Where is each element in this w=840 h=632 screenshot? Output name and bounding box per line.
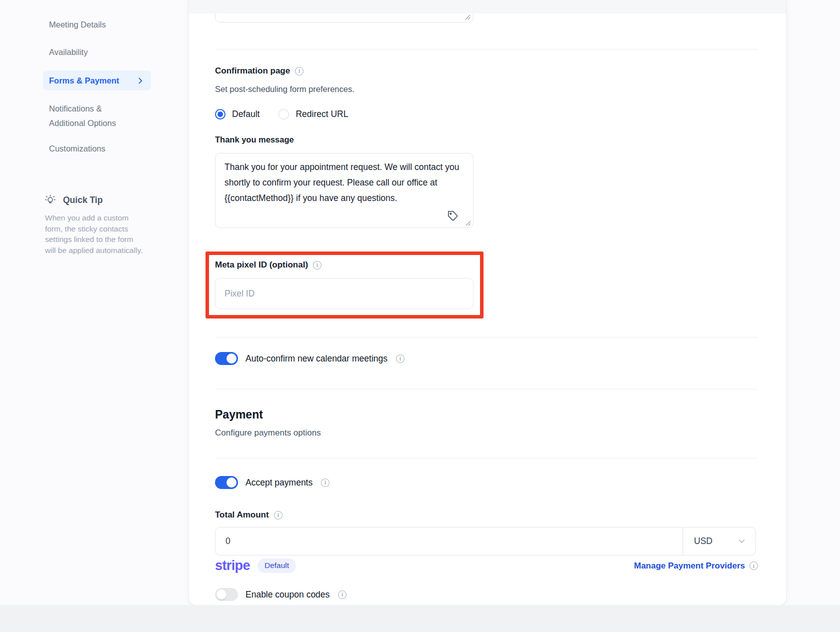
resize-handle-icon[interactable] (464, 13, 470, 20)
radio-label[interactable]: Redirect URL (296, 109, 348, 120)
coupon-codes-row: Enable coupon codes i (215, 588, 346, 601)
divider (215, 389, 758, 390)
sidebar-item-label: Forms & Payment (49, 76, 119, 86)
sidebar-item-customizations[interactable]: Customizations (49, 144, 106, 154)
info-icon[interactable]: i (321, 478, 330, 487)
coupon-codes-label: Enable coupon codes (246, 590, 330, 600)
provider-info: stripe Default (215, 558, 296, 574)
radio-unselected-icon[interactable] (278, 109, 289, 120)
info-icon[interactable]: i (396, 354, 404, 363)
page-bottom-band (0, 605, 840, 632)
total-amount-input[interactable] (216, 528, 682, 555)
auto-confirm-toggle[interactable] (215, 352, 238, 365)
confirmation-title: Confirmation page (215, 66, 290, 76)
thank-you-textarea-wrap: Thank you for your appointment request. … (215, 153, 474, 228)
sidebar-item-notifications[interactable]: Notifications & Additional Options (49, 102, 135, 130)
provider-row: stripe Default Manage Payment Providers … (215, 558, 758, 574)
info-icon[interactable]: i (274, 511, 282, 520)
manage-payment-providers-link[interactable]: Manage Payment Providers (634, 561, 745, 571)
card-top-band (189, 0, 786, 14)
page: { "sidebar": { "items": [ { "label": "Me… (0, 0, 840, 632)
auto-confirm-label: Auto-confirm new calendar meetings (246, 354, 388, 364)
confirmation-subtitle: Set post-scheduling form preferences. (215, 84, 354, 94)
pixel-id-input[interactable] (215, 278, 474, 309)
resize-handle-icon[interactable] (464, 219, 471, 226)
manage-providers: Manage Payment Providers i (634, 561, 758, 571)
default-badge: Default (258, 558, 296, 573)
stripe-logo: stripe (215, 558, 250, 574)
meta-pixel-label-row: Meta pixel ID (optional) i (215, 260, 322, 270)
sidebar-item-forms-payment[interactable]: Forms & Payment (43, 70, 151, 90)
thank-you-label-row: Thank you message (215, 135, 294, 144)
total-amount-group: USD (215, 527, 756, 556)
accept-payments-toggle[interactable] (215, 476, 238, 489)
total-amount-label-row: Total Amount i (215, 510, 282, 520)
quick-tip-body: When you add a custom form, the sticky c… (45, 212, 144, 256)
sidebar: Meeting Details Availability Forms & Pay… (0, 0, 176, 605)
accept-payments-row: Accept payments i (215, 476, 330, 489)
meta-pixel-label: Meta pixel ID (optional) (215, 260, 308, 270)
payment-title: Payment (215, 408, 263, 422)
sidebar-item-meeting-details[interactable]: Meeting Details (49, 20, 106, 30)
confirmation-title-row: Confirmation page i (215, 66, 304, 76)
settings-card: Confirmation page i Set post-scheduling … (189, 0, 786, 605)
quick-tip-title: Quick Tip (63, 195, 102, 206)
confirmation-options: Default Redirect URL (215, 109, 348, 120)
info-icon[interactable]: i (750, 562, 758, 570)
confirmation-subtitle-row: Set post-scheduling form preferences. (215, 84, 354, 94)
chevron-right-icon (136, 76, 144, 85)
lightbulb-icon (44, 194, 56, 206)
payment-subtitle: Configure payments options (215, 428, 321, 438)
currency-select[interactable]: USD (682, 528, 756, 555)
auto-confirm-row: Auto-confirm new calendar meetings i (215, 352, 404, 365)
divider (215, 337, 758, 338)
quick-tip-header: Quick Tip (44, 194, 102, 206)
payment-subtitle-row: Configure payments options (215, 428, 321, 438)
info-icon[interactable]: i (338, 590, 346, 599)
divider (215, 49, 758, 50)
divider (215, 458, 758, 458)
thank-you-label: Thank you message (215, 135, 294, 144)
radio-option-default[interactable]: Default (215, 109, 260, 120)
currency-value: USD (694, 536, 712, 546)
radio-label[interactable]: Default (232, 109, 260, 120)
sidebar-item-availability[interactable]: Availability (49, 48, 88, 57)
accept-payments-label: Accept payments (246, 478, 312, 488)
tag-icon[interactable] (448, 210, 458, 222)
thank-you-textarea[interactable]: Thank you for your appointment request. … (215, 153, 474, 228)
enable-coupon-codes-toggle[interactable] (215, 588, 238, 601)
total-amount-label: Total Amount (215, 510, 269, 520)
radio-option-redirect-url[interactable]: Redirect URL (278, 109, 348, 120)
info-icon[interactable]: i (295, 67, 304, 76)
radio-selected-icon[interactable] (215, 109, 226, 120)
chevron-down-icon (737, 536, 746, 546)
info-icon[interactable]: i (313, 261, 322, 270)
